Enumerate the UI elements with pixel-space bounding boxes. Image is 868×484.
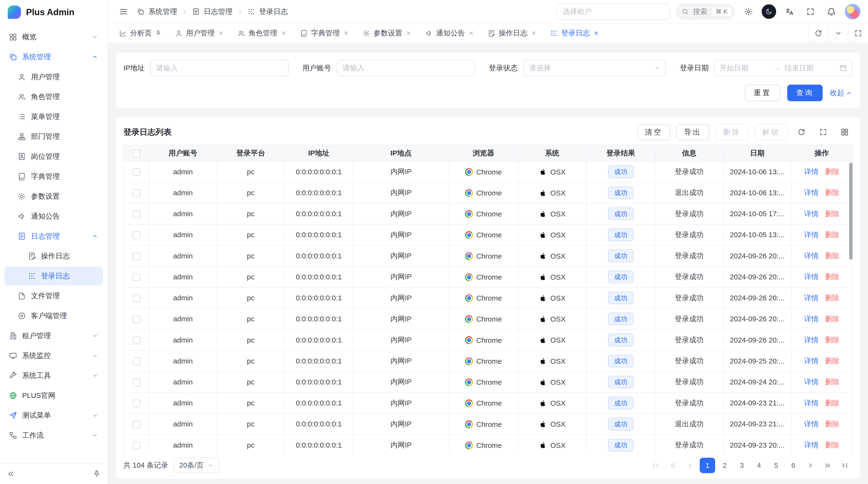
tab-notice[interactable]: 通知公告: [418, 24, 481, 43]
detail-link[interactable]: 详情: [804, 167, 818, 175]
row-checkbox[interactable]: [133, 336, 140, 344]
detail-link[interactable]: 详情: [804, 357, 818, 365]
delete-link[interactable]: 删除: [825, 294, 840, 302]
theme-toggle-button[interactable]: [762, 4, 776, 19]
close-icon[interactable]: [218, 30, 224, 36]
sidebar-item-system-tools[interactable]: 系统工具: [4, 366, 103, 385]
row-checkbox[interactable]: [133, 168, 140, 176]
detail-link[interactable]: 详情: [804, 399, 818, 407]
sidebar-item-system-management[interactable]: 系统管理: [4, 47, 103, 66]
row-checkbox[interactable]: [133, 442, 140, 449]
delete-link[interactable]: 删除: [825, 315, 840, 323]
ip-input[interactable]: [150, 60, 289, 76]
delete-link[interactable]: 删除: [825, 357, 840, 365]
row-checkbox[interactable]: [133, 231, 140, 239]
last-page-button[interactable]: [837, 458, 852, 473]
user-avatar[interactable]: [845, 4, 860, 19]
tab-analysis[interactable]: 分析页: [112, 24, 168, 43]
tab-login-log[interactable]: 登录日志: [544, 24, 606, 43]
login-date-range-picker[interactable]: [714, 60, 852, 76]
date-start-input[interactable]: [719, 64, 771, 72]
close-icon[interactable]: [406, 30, 411, 36]
pin-sidebar-icon[interactable]: [93, 470, 101, 478]
detail-link[interactable]: 详情: [804, 315, 818, 323]
prev-page-button[interactable]: [683, 458, 698, 473]
detail-link[interactable]: 详情: [804, 336, 818, 344]
close-icon[interactable]: [343, 30, 349, 36]
tab-param-settings[interactable]: 参数设置: [356, 24, 418, 43]
page-button-3[interactable]: 3: [734, 458, 749, 473]
page-button-4[interactable]: 4: [751, 458, 767, 473]
page-button-2[interactable]: 2: [717, 458, 732, 473]
row-checkbox[interactable]: [133, 357, 140, 365]
detail-link[interactable]: 详情: [804, 420, 818, 428]
hamburger-menu-icon[interactable]: [116, 4, 131, 19]
sidebar-item-login-log[interactable]: 登录日志: [4, 266, 103, 285]
close-icon[interactable]: [531, 30, 537, 36]
delete-link[interactable]: 删除: [825, 231, 840, 238]
row-checkbox[interactable]: [133, 379, 140, 386]
tab-options-chevron-icon[interactable]: [828, 24, 848, 43]
detail-link[interactable]: 详情: [804, 272, 818, 281]
row-checkbox[interactable]: [133, 421, 140, 428]
notifications-bell-icon[interactable]: [824, 4, 839, 19]
delete-link[interactable]: 删除: [825, 441, 840, 449]
column-settings-icon[interactable]: [837, 125, 852, 140]
sidebar-item-file-management[interactable]: 文件管理: [4, 287, 103, 305]
clear-button[interactable]: 清空: [637, 124, 670, 140]
account-input[interactable]: [337, 60, 475, 76]
page-button-6[interactable]: 6: [785, 458, 801, 473]
sidebar-item-workflow[interactable]: 工作流: [4, 426, 103, 445]
breadcrumb-item[interactable]: 系统管理: [148, 7, 177, 17]
prev-more-button[interactable]: [665, 458, 681, 473]
content-fullscreen-icon[interactable]: [848, 24, 868, 43]
settings-gear-icon[interactable]: [741, 4, 756, 19]
delete-link[interactable]: 删除: [825, 272, 840, 281]
unlock-button[interactable]: 解锁: [755, 124, 788, 140]
table-scrollbar[interactable]: [849, 163, 852, 260]
detail-link[interactable]: 详情: [804, 441, 818, 449]
table-fullscreen-icon[interactable]: [815, 125, 831, 140]
tab-role-management[interactable]: 角色管理: [231, 24, 293, 43]
page-button-1[interactable]: 1: [700, 458, 715, 473]
reset-button[interactable]: 重置: [745, 85, 780, 101]
page-button-5[interactable]: 5: [768, 458, 784, 473]
detail-link[interactable]: 详情: [804, 210, 818, 218]
sidebar-item-post-management[interactable]: 岗位管理: [4, 147, 103, 166]
sidebar-item-overview[interactable]: 概览: [4, 28, 103, 46]
sidebar-item-tenant-management[interactable]: 租户管理: [4, 326, 103, 345]
delete-link[interactable]: 删除: [825, 378, 840, 386]
row-checkbox[interactable]: [133, 252, 140, 260]
sidebar-item-test-menu[interactable]: 测试菜单: [4, 406, 103, 425]
row-checkbox[interactable]: [133, 294, 140, 302]
sidebar-item-log-management[interactable]: 日志管理: [4, 227, 103, 246]
refresh-tab-icon[interactable]: [808, 24, 828, 43]
sidebar-item-notice[interactable]: 通知公告: [4, 207, 103, 226]
sidebar-item-operation-log[interactable]: 操作日志: [4, 247, 103, 266]
detail-link[interactable]: 详情: [804, 294, 818, 302]
first-page-button[interactable]: [648, 458, 664, 473]
date-end-input[interactable]: [784, 64, 836, 72]
sidebar-item-plus-website[interactable]: PLUS官网: [4, 386, 103, 405]
tab-dict-management[interactable]: 字典管理: [293, 24, 356, 43]
global-search-button[interactable]: 搜索 ⌘ K: [675, 3, 735, 20]
close-icon[interactable]: [593, 30, 599, 36]
select-all-checkbox[interactable]: [133, 150, 140, 157]
delete-link[interactable]: 删除: [825, 252, 840, 260]
row-checkbox[interactable]: [133, 400, 140, 407]
delete-link[interactable]: 删除: [825, 336, 840, 344]
export-button[interactable]: 导出: [676, 124, 709, 140]
sidebar-item-client-management[interactable]: 客户端管理: [4, 306, 103, 325]
page-size-select[interactable]: 20条/页: [174, 458, 220, 473]
sidebar-item-department-management[interactable]: 部门管理: [4, 127, 103, 146]
refresh-table-icon[interactable]: [794, 125, 809, 140]
sidebar-item-param-settings[interactable]: 参数设置: [4, 187, 103, 206]
detail-link[interactable]: 详情: [804, 252, 818, 260]
close-icon[interactable]: [468, 30, 474, 36]
tab-operation-log[interactable]: 操作日志: [481, 24, 543, 43]
language-icon[interactable]: [782, 4, 797, 19]
pin-icon[interactable]: [155, 30, 162, 37]
delete-link[interactable]: 删除: [825, 210, 840, 218]
row-checkbox[interactable]: [133, 211, 140, 218]
delete-button[interactable]: 删除: [716, 124, 749, 140]
